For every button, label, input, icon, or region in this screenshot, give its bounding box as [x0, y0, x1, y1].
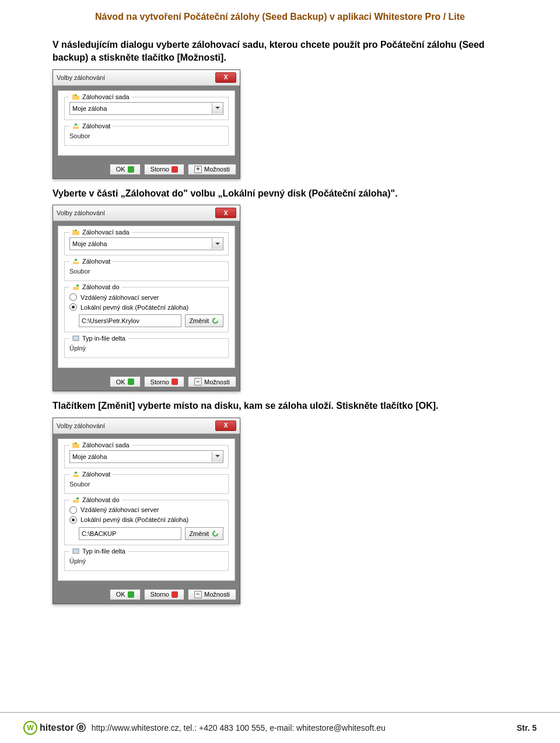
options-button[interactable]: +Možnosti [188, 164, 236, 175]
options-button[interactable]: −Možnosti [188, 589, 236, 600]
group-backup-label: Zálohovat [82, 122, 110, 129]
chevron-down-icon[interactable] [212, 451, 223, 462]
close-icon[interactable]: X [215, 72, 236, 83]
check-icon [128, 591, 134, 598]
svg-rect-11 [73, 500, 79, 503]
dialog-titlebar: Volby zálohování X [53, 205, 240, 221]
close-icon[interactable]: X [215, 420, 236, 431]
group-backup: Zálohovat Soubor [64, 474, 229, 494]
upload-icon [72, 122, 80, 130]
backup-set-combo[interactable] [69, 102, 223, 115]
local-path-input[interactable] [79, 314, 181, 327]
options-button[interactable]: −Možnosti [188, 376, 236, 387]
backup-set-value[interactable] [70, 452, 212, 461]
svg-rect-5 [73, 262, 79, 264]
group-set-label: Zálohovací sada [82, 229, 130, 236]
delta-value: Úplný [69, 556, 223, 566]
page-number: Str. 5 [517, 723, 537, 733]
change-button[interactable]: Změnit [185, 314, 223, 327]
svg-rect-12 [73, 549, 79, 553]
folder-up-icon [72, 441, 80, 449]
radio-local[interactable]: Lokální pevný disk (Počáteční záloha) [69, 302, 223, 312]
group-backup-label: Zálohovat [82, 258, 110, 265]
paragraph-2: Vyberte v části „Zálohovat do" volbu „Lo… [52, 187, 508, 200]
cancel-button[interactable]: Storno [144, 376, 184, 387]
delta-value: Úplný [69, 344, 223, 353]
dialog-button-row: OK Storno −Možnosti [53, 373, 240, 391]
backup-type-value: Soubor [69, 131, 223, 141]
logo-e-icon: ⓔ [76, 722, 86, 734]
svg-rect-6 [73, 287, 79, 290]
radio-local[interactable]: Lokální pevný disk (Počáteční záloha) [69, 515, 223, 525]
group-set-label: Zálohovací sada [82, 441, 130, 448]
dialog-title: Volby zálohování [57, 422, 105, 429]
page-title: Návod na vytvoření Počáteční zálohy (See… [52, 12, 508, 22]
group-destination: Zálohovat do Vzdálený zálohovací server … [64, 500, 229, 545]
check-icon [128, 378, 134, 385]
destination-icon [72, 283, 80, 291]
logo-icon: W [23, 721, 37, 735]
refresh-icon [211, 317, 219, 325]
ok-button[interactable]: OK [110, 164, 141, 175]
svg-rect-0 [72, 96, 79, 100]
minus-icon: − [194, 378, 202, 385]
backup-set-combo[interactable] [69, 237, 223, 250]
cancel-button[interactable]: Storno [144, 164, 184, 175]
x-icon [172, 378, 178, 385]
footer-info: http://www.whitestore.cz, tel.: +420 483… [92, 723, 386, 733]
dialog-title: Volby zálohování [57, 209, 105, 216]
page-footer: W hitestorⓔ http://www.whitestore.cz, te… [0, 712, 560, 743]
ok-button[interactable]: OK [110, 376, 141, 387]
backup-type-value: Soubor [69, 479, 223, 489]
chevron-down-icon[interactable] [212, 239, 223, 249]
dialog-titlebar: Volby zálohování X [53, 418, 240, 434]
folder-up-icon [72, 228, 80, 236]
radio-remote[interactable]: Vzdálený zálohovací server [69, 505, 223, 515]
group-backup-set: Zálohovací sada [64, 232, 229, 255]
radio-on-icon [69, 516, 77, 524]
dialog-button-row: OK Storno −Možnosti [53, 586, 240, 604]
refresh-icon [211, 530, 219, 538]
svg-rect-7 [73, 336, 79, 341]
upload-icon [72, 470, 80, 478]
check-icon [128, 166, 134, 173]
backup-set-value[interactable] [70, 239, 212, 248]
group-backup-set: Zálohovací sada [64, 445, 229, 468]
plus-icon: + [194, 166, 202, 173]
group-backup: Zálohovat Soubor [64, 126, 229, 146]
folder-up-icon [72, 93, 80, 101]
svg-rect-10 [73, 475, 79, 477]
backup-set-value[interactable] [70, 104, 212, 113]
delta-icon [72, 547, 80, 555]
svg-rect-3 [72, 231, 79, 235]
radio-on-icon [69, 303, 77, 311]
group-backup: Zálohovat Soubor [64, 261, 229, 281]
radio-icon [69, 293, 77, 301]
radio-remote[interactable]: Vzdálený zálohovací server [69, 292, 223, 302]
paragraph-3: Tlačítkem [Změnit] vyberte místo na disk… [52, 399, 508, 412]
close-icon[interactable]: X [215, 208, 236, 218]
svg-rect-2 [73, 127, 79, 129]
dialog-button-row: OK Storno +Možnosti [53, 160, 240, 178]
group-dest-label: Zálohovat do [82, 496, 120, 503]
group-set-label: Zálohovací sada [82, 93, 130, 100]
group-backup-label: Zálohovat [82, 471, 110, 478]
dialog-3: Volby zálohování X Zálohovací sada [52, 418, 240, 604]
backup-set-combo[interactable] [69, 450, 223, 463]
group-delta: Typ in-file delta Úplný [64, 338, 229, 358]
ok-button[interactable]: OK [110, 589, 141, 600]
destination-icon [72, 496, 80, 504]
change-button[interactable]: Změnit [185, 527, 223, 540]
backup-type-value: Soubor [69, 267, 223, 276]
group-destination: Zálohovat do Vzdálený zálohovací server … [64, 287, 229, 332]
logo-text: hitestor [40, 723, 74, 733]
upload-icon [72, 257, 80, 265]
local-path-input[interactable] [79, 527, 181, 540]
x-icon [172, 591, 178, 598]
chevron-down-icon[interactable] [212, 103, 223, 114]
group-delta: Typ in-file delta Úplný [64, 551, 229, 571]
group-backup-set: Zálohovací sada [64, 97, 229, 120]
group-delta-label: Typ in-file delta [82, 548, 125, 555]
paragraph-1: V následujícím dialogu vyberte zálohovac… [52, 38, 508, 65]
cancel-button[interactable]: Storno [144, 589, 184, 600]
